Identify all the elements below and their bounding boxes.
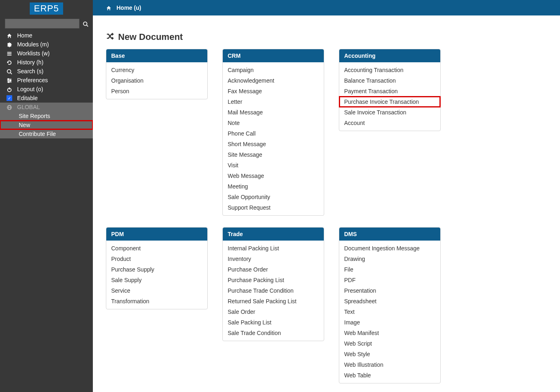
svg-point-5: [7, 70, 11, 73]
doc-item[interactable]: Note: [223, 118, 324, 128]
doc-item[interactable]: Meeting: [223, 181, 324, 192]
doc-item[interactable]: Person: [106, 86, 207, 96]
doc-item[interactable]: Component: [106, 243, 207, 254]
svg-point-10: [8, 79, 9, 80]
doc-item[interactable]: Web Illustration: [339, 359, 440, 370]
editable-checkbox[interactable]: ✓: [7, 95, 12, 101]
card-trade: TradeInternal Packing ListInventoryPurch…: [222, 227, 324, 341]
doc-item[interactable]: Document Ingestion Message: [339, 243, 440, 254]
nav-worklists[interactable]: Worklists (w): [0, 49, 93, 58]
doc-item[interactable]: Sale Trade Condition: [223, 328, 324, 338]
doc-item[interactable]: Service: [106, 285, 207, 296]
nav-label: Editable: [17, 95, 88, 101]
nav-label: Modules (m): [17, 41, 88, 48]
doc-item[interactable]: Purchase Packing List: [223, 275, 324, 285]
doc-item[interactable]: Sale Supply: [106, 275, 207, 285]
svg-rect-2: [7, 52, 12, 53]
doc-item[interactable]: Web Manifest: [339, 328, 440, 338]
doc-item[interactable]: Letter: [223, 96, 324, 107]
doc-item[interactable]: Balance Transaction: [339, 75, 440, 86]
doc-item[interactable]: Short Message: [223, 139, 324, 149]
card-header: DMS: [339, 228, 440, 241]
shuffle-icon: [106, 32, 114, 42]
breadcrumb-home[interactable]: Home (u): [116, 4, 141, 11]
doc-item[interactable]: Accounting Transaction: [339, 65, 440, 75]
nav-label: Search (s): [17, 68, 88, 74]
nav-logout[interactable]: Logout (o): [0, 85, 93, 94]
card-body: Document Ingestion MessageDrawingFilePDF…: [339, 241, 440, 383]
svg-rect-3: [7, 53, 12, 54]
svg-line-6: [11, 72, 12, 74]
nav-preferences[interactable]: Preferences: [0, 76, 93, 85]
doc-item[interactable]: Returned Sale Packing List: [223, 296, 324, 307]
doc-item[interactable]: Currency: [106, 65, 207, 75]
doc-item[interactable]: Inventory: [223, 254, 324, 264]
nav-new[interactable]: New: [0, 120, 93, 129]
nav-editable[interactable]: ✓ Editable: [0, 94, 93, 103]
home-icon[interactable]: [106, 4, 112, 11]
doc-item[interactable]: Site Message: [223, 149, 324, 160]
doc-item[interactable]: Payment Transaction: [339, 86, 440, 96]
sidebar: ERP5 Home Modules (m) Worklists (w) Hist…: [0, 0, 93, 392]
doc-item[interactable]: Organisation: [106, 75, 207, 86]
card-header: Base: [106, 49, 207, 62]
nav-label: New: [19, 122, 88, 128]
svg-rect-4: [7, 55, 12, 55]
doc-item[interactable]: Product: [106, 254, 207, 264]
doc-item[interactable]: Web Style: [339, 349, 440, 359]
doc-item[interactable]: Fax Message: [223, 86, 324, 96]
search-icon: [83, 21, 88, 27]
doc-item[interactable]: Spreadsheet: [339, 296, 440, 307]
doc-item[interactable]: Presentation: [339, 285, 440, 296]
doc-item[interactable]: Sale Invoice Transaction: [339, 107, 440, 118]
card-body: ComponentProductPurchase SupplySale Supp…: [106, 241, 207, 309]
doc-item[interactable]: Image: [339, 317, 440, 328]
search-input[interactable]: [5, 19, 79, 28]
nav-history[interactable]: History (h): [0, 58, 93, 67]
page-title: New Document: [106, 32, 547, 42]
globe-icon: [7, 104, 17, 110]
doc-item[interactable]: Mail Message: [223, 107, 324, 118]
doc-item[interactable]: Drawing: [339, 254, 440, 264]
nav-global-header: GLOBAL: [0, 103, 93, 112]
doc-item[interactable]: Phone Call: [223, 128, 324, 139]
card-accounting: AccountingAccounting TransactionBalance …: [339, 49, 441, 131]
card-header: PDM: [106, 228, 207, 241]
doc-item[interactable]: Account: [339, 118, 440, 128]
nav-label: Home: [17, 32, 88, 39]
card-header: Accounting: [339, 49, 440, 62]
doc-item[interactable]: Web Message: [223, 171, 324, 181]
doc-item[interactable]: Transformation: [106, 296, 207, 307]
doc-item[interactable]: Internal Packing List: [223, 243, 324, 254]
doc-item[interactable]: Sale Order: [223, 307, 324, 317]
doc-item[interactable]: Sale Opportunity: [223, 192, 324, 202]
svg-point-11: [10, 80, 11, 81]
nav-label: Site Reports: [19, 113, 88, 119]
doc-item[interactable]: Support Request: [223, 202, 324, 213]
nav-modules[interactable]: Modules (m): [0, 40, 93, 49]
doc-item[interactable]: Web Script: [339, 338, 440, 349]
doc-item[interactable]: Acknowledgement: [223, 75, 324, 86]
doc-item[interactable]: PDF: [339, 275, 440, 285]
nav-search[interactable]: Search (s): [0, 67, 93, 76]
document-grid: BaseCurrencyOrganisationPersonCRMCampaig…: [106, 49, 547, 383]
doc-item[interactable]: Visit: [223, 160, 324, 171]
nav-label: Logout (o): [17, 86, 88, 92]
search-button[interactable]: [82, 20, 89, 27]
card-crm: CRMCampaignAcknowledgementFax MessageLet…: [222, 49, 324, 216]
nav-site-reports[interactable]: Site Reports: [0, 112, 93, 120]
doc-item[interactable]: File: [339, 264, 440, 275]
doc-item[interactable]: Sale Packing List: [223, 317, 324, 328]
svg-point-12: [8, 81, 9, 83]
doc-item[interactable]: Purchase Order: [223, 264, 324, 275]
doc-item[interactable]: Campaign: [223, 65, 324, 75]
doc-item[interactable]: Purchase Invoice Transaction: [339, 96, 440, 107]
nav-contribute-file[interactable]: Contribute File: [0, 129, 93, 138]
doc-item[interactable]: Purchase Trade Condition: [223, 285, 324, 296]
doc-item[interactable]: Web Table: [339, 370, 440, 381]
card-body: CurrencyOrganisationPerson: [106, 62, 207, 99]
power-icon: [7, 86, 17, 92]
nav-home[interactable]: Home: [0, 31, 93, 40]
doc-item[interactable]: Purchase Supply: [106, 264, 207, 275]
doc-item[interactable]: Text: [339, 307, 440, 317]
